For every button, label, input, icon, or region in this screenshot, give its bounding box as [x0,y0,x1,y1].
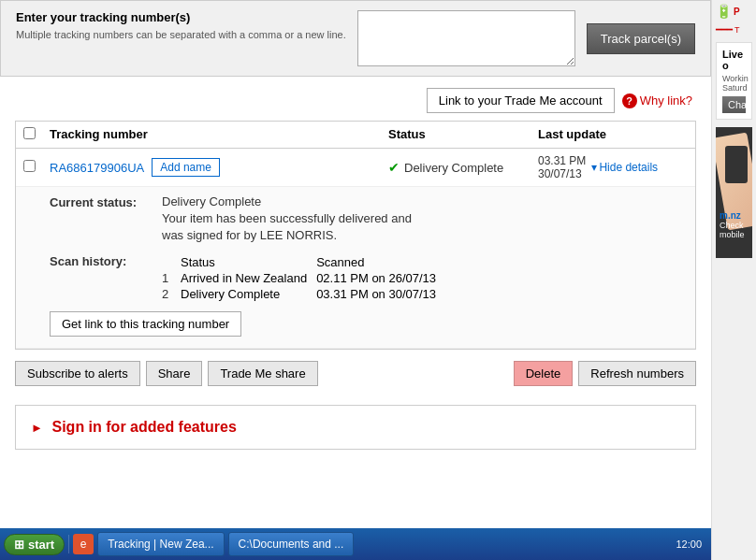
track-parcels-button[interactable]: Track parcel(s) [587,23,695,54]
taskbar-item-documents[interactable]: C:\Documents and ... [228,532,355,556]
current-status-value: Delivery Complete Your item has been suc… [162,194,688,245]
tracking-number-header: Tracking number [50,127,388,142]
row-checkbox-cell [23,160,50,175]
start-button[interactable]: ⊞ start [4,534,65,555]
hide-details-link[interactable]: ▾ Hide details [591,161,658,174]
trademe-share-button[interactable]: Trade Me share [208,361,317,386]
mobile-desc2: mobile [720,230,745,239]
last-update-date: 30/07/13 [538,167,586,180]
scan-row-1: 1 Arrived in New Zealand 02.11 PM on 26/… [162,270,445,286]
scan-num-2: 2 [162,286,181,302]
trademe-link-button[interactable]: Link to your Trade Me account [427,88,615,113]
refresh-numbers-button[interactable]: Refresh numbers [578,361,696,386]
tracking-detail: Current status: Delivery Complete Your i… [16,186,695,348]
status-detail2: was signed for by LEE NORRIS. [162,228,688,242]
scan-status-header: Status [181,254,316,270]
connection-label: T [734,25,740,35]
scan-status-2: Delivery Complete [181,286,316,302]
scan-history-table: Status Scanned 1 Arrived in New Zealand … [162,254,688,302]
scan-history-label: Scan history: [50,254,162,302]
add-name-button[interactable]: Add name [152,158,220,177]
last-update-time: 03.31 PM [538,154,586,167]
get-link-button[interactable]: Get link to this tracking number [50,311,241,337]
right-sidebar: 🔋 P ━━━ T Live o Workin Saturd Chat m.nz… [711,0,756,560]
connection-icon: ━━━ [716,24,733,35]
scan-num-1: 1 [162,270,181,286]
live-help-sub: Workin [722,74,746,83]
last-update-header: Last update [538,127,688,142]
checkbox-header [23,127,50,142]
mobile-label: m.nz [720,210,745,221]
clock: 12:00 [676,538,702,550]
ie-icon[interactable]: e [73,534,94,554]
scan-scanned-header: Scanned [316,254,445,270]
status-detail1: Your item has been successfully delivere… [162,211,688,225]
scan-scanned-1: 02.11 PM on 26/07/13 [316,270,445,286]
scan-status-1: Arrived in New Zealand [181,270,316,286]
select-all-checkbox[interactable] [23,127,36,139]
tracking-number-input[interactable] [357,10,575,66]
table-header: Tracking number Status Last update [16,122,695,149]
hide-details-label: Hide details [599,161,658,174]
table-row: RA686179906UA Add name ✔ Delivery Comple… [16,149,695,349]
start-label: start [28,538,54,552]
windows-logo: ⊞ [14,538,24,552]
taskbar-item-tracking[interactable]: Tracking | New Zea... [97,532,224,556]
connection-row: ━━━ T [716,24,752,35]
last-update-cell: 03.31 PM 30/07/13 ▾ Hide details [538,154,688,180]
tracking-table: Tracking number Status Last update RA686… [15,121,696,350]
trademe-link-section: Link to your Trade Me account ? Why link… [0,77,711,121]
tracking-input-sublabel: Multiple tracking numbers can be separat… [16,29,346,40]
live-help-box: Live o Workin Saturd Chat [716,42,752,120]
share-button[interactable]: Share [146,361,203,386]
taskbar-right: 12:00 [676,538,707,550]
taskbar-icons: e [73,532,94,556]
current-status-label: Current status: [50,194,162,245]
tracking-number-cell: RA686179906UA Add name [50,158,388,177]
status-text: Delivery Complete [404,161,503,175]
sidebar-top-icons: 🔋 P ━━━ T [712,0,756,38]
live-help-title: Live o [722,49,746,71]
check-icon: ✔ [388,160,400,175]
phone-screen [725,146,748,183]
question-icon: ? [622,93,637,108]
phone-image-box: m.nz Check mobile [716,127,752,258]
live-help-sub2: Saturd [722,83,746,93]
why-link[interactable]: ? Why link? [622,93,692,108]
chat-button[interactable]: Chat [722,96,746,113]
tracking-input-label: Enter your tracking number(s) [16,10,346,24]
status-cell: ✔ Delivery Complete [388,160,538,175]
scan-scanned-2: 03.31 PM on 30/07/13 [316,286,445,302]
tracking-input-section: Enter your tracking number(s) Multiple t… [0,0,711,77]
detail-grid: Current status: Delivery Complete Your i… [50,194,688,245]
mobile-desc: Check [720,221,745,230]
taskbar: ⊞ start e Tracking | New Zea... C:\Docum… [0,528,711,560]
status-value-text: Delivery Complete [162,194,688,208]
battery-row: 🔋 P [716,4,752,19]
subscribe-alerts-button[interactable]: Subscribe to alerts [15,361,140,386]
taskbar-divider [68,535,69,553]
battery-icon: 🔋 [716,4,732,19]
scan-row-2: 2 Delivery Complete 03.31 PM on 30/07/13 [162,286,445,302]
delete-button[interactable]: Delete [514,361,574,386]
tracking-number-link[interactable]: RA686179906UA [50,161,144,175]
signin-section: ► Sign in for added features [15,405,696,450]
hide-details-arrow: ▾ [591,161,597,174]
action-buttons-row: Subscribe to alerts Share Trade Me share… [0,350,711,397]
battery-label: P [734,7,740,17]
taskbar-items: e Tracking | New Zea... C:\Documents and… [73,532,354,556]
signin-text: Sign in for added features [52,419,237,435]
scan-num-header [162,254,181,270]
scan-history-grid: Scan history: Status Scanned [50,254,688,302]
row-checkbox[interactable] [23,160,36,172]
signin-arrow: ► [31,421,43,435]
status-header: Status [388,127,538,142]
tracking-row-main: RA686179906UA Add name ✔ Delivery Comple… [16,149,695,186]
